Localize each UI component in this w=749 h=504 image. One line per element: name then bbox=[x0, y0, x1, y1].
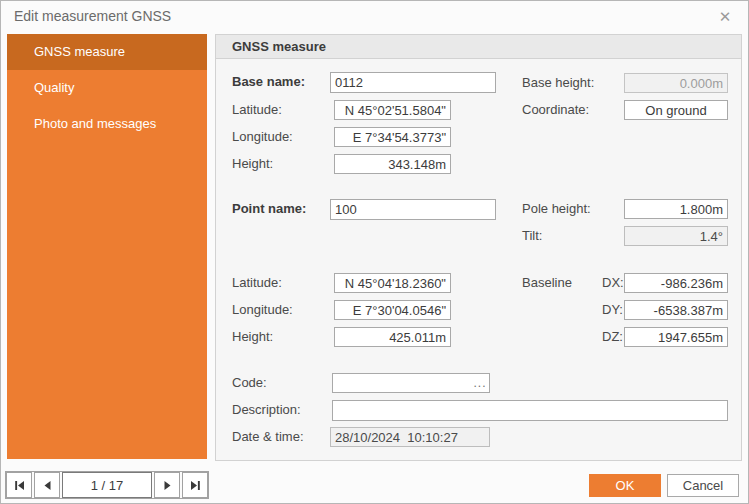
sidebar-item-photo-messages[interactable]: Photo and messages bbox=[7, 106, 207, 142]
record-pager: 1 / 17 bbox=[5, 471, 209, 499]
cancel-button[interactable]: Cancel bbox=[667, 474, 739, 497]
previous-record-button[interactable] bbox=[34, 472, 60, 498]
rover-latitude-label: Latitude: bbox=[232, 273, 282, 293]
baseline-dz-input[interactable] bbox=[624, 327, 728, 347]
skip-first-icon bbox=[14, 480, 25, 491]
dialog-title: Edit measurement GNSS bbox=[14, 8, 171, 24]
base-name-input[interactable] bbox=[330, 72, 496, 93]
sidebar: GNSS measure Quality Photo and messages bbox=[7, 34, 207, 459]
base-name-label: Base name: bbox=[232, 72, 305, 92]
code-label: Code: bbox=[232, 373, 267, 393]
rover-longitude-label: Longitude: bbox=[232, 300, 293, 320]
sidebar-item-gnss-measure[interactable]: GNSS measure bbox=[7, 34, 207, 70]
base-longitude-input[interactable] bbox=[334, 127, 451, 147]
baseline-dy-input[interactable] bbox=[624, 300, 728, 320]
rover-latitude-input[interactable] bbox=[334, 273, 451, 293]
first-record-button[interactable] bbox=[6, 472, 32, 498]
tilt-input bbox=[624, 226, 728, 246]
code-field: ... bbox=[332, 373, 490, 393]
baseline-label: Baseline bbox=[522, 273, 572, 293]
previous-icon bbox=[42, 480, 53, 491]
close-icon[interactable]: ✕ bbox=[715, 7, 735, 27]
rover-longitude-input[interactable] bbox=[334, 300, 451, 320]
description-input[interactable] bbox=[332, 400, 728, 421]
edit-measurement-dialog: Edit measurement GNSS ✕ GNSS measure Qua… bbox=[0, 0, 749, 504]
panel-header: GNSS measure bbox=[216, 35, 741, 59]
coordinate-label: Coordinate: bbox=[522, 100, 589, 120]
rover-height-input[interactable] bbox=[334, 327, 451, 347]
next-record-button[interactable] bbox=[154, 472, 180, 498]
tilt-label: Tilt: bbox=[522, 226, 542, 246]
base-latitude-input[interactable] bbox=[334, 100, 451, 120]
coordinate-selector[interactable] bbox=[624, 100, 728, 120]
skip-last-icon bbox=[190, 480, 201, 491]
baseline-dx-input[interactable] bbox=[624, 273, 728, 293]
baseline-dy-label: DY: bbox=[602, 300, 623, 320]
code-input[interactable] bbox=[333, 376, 471, 391]
baseline-dz-label: DZ: bbox=[602, 327, 623, 347]
sidebar-item-quality[interactable]: Quality bbox=[7, 70, 207, 106]
baseline-dx-label: DX: bbox=[602, 273, 624, 293]
browse-ellipsis-icon[interactable]: ... bbox=[471, 374, 489, 392]
gnss-measure-panel: GNSS measure Base name: Base height: Lat… bbox=[215, 34, 742, 461]
last-record-button[interactable] bbox=[182, 472, 208, 498]
base-height-ellipsoidal-label: Height: bbox=[232, 154, 273, 174]
next-icon bbox=[162, 480, 173, 491]
description-label: Description: bbox=[232, 400, 301, 420]
datetime-label: Date & time: bbox=[232, 427, 304, 447]
base-latitude-label: Latitude: bbox=[232, 100, 282, 120]
pole-height-input[interactable] bbox=[624, 199, 728, 219]
pole-height-label: Pole height: bbox=[522, 199, 591, 219]
base-height-label: Base height: bbox=[522, 73, 594, 93]
record-position[interactable]: 1 / 17 bbox=[62, 472, 152, 498]
base-height-ellipsoidal-input[interactable] bbox=[334, 154, 451, 174]
point-name-input[interactable] bbox=[330, 199, 496, 220]
rover-height-label: Height: bbox=[232, 327, 273, 347]
base-height-input bbox=[624, 73, 728, 93]
base-longitude-label: Longitude: bbox=[232, 127, 293, 147]
ok-button[interactable]: OK bbox=[589, 474, 661, 497]
datetime-input bbox=[330, 427, 490, 447]
point-name-label: Point name: bbox=[232, 199, 306, 219]
